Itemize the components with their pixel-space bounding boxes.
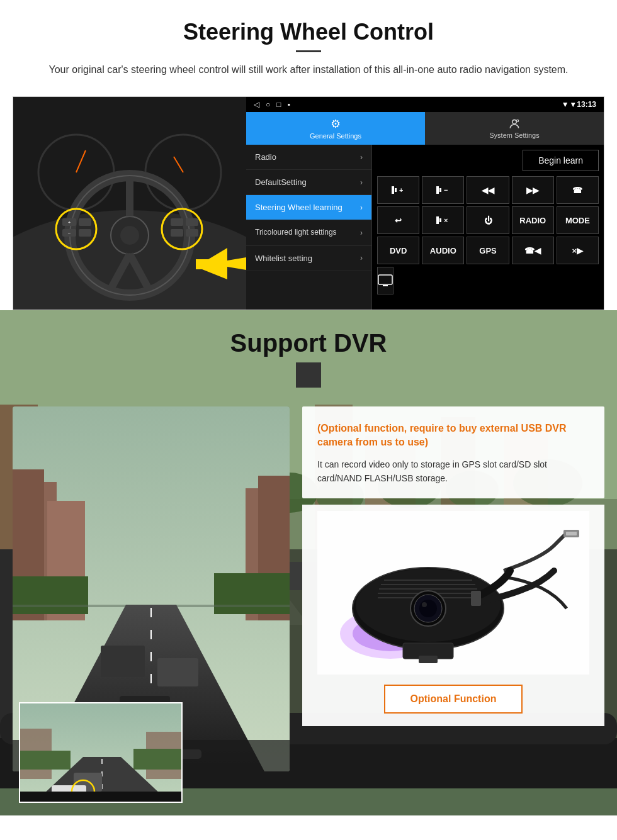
statusbar-left-icons: ◁ ○ □ ▪	[254, 100, 290, 109]
svg-point-123	[422, 602, 427, 607]
svg-rect-30	[395, 188, 397, 192]
steering-title: Steering Wheel Control	[25, 19, 592, 45]
screen-icon	[378, 274, 393, 287]
phone-btn[interactable]: ☎	[557, 176, 599, 204]
dvr-left-panel	[13, 406, 290, 815]
chevron-right-icon: ›	[360, 153, 363, 162]
menu-item-radio[interactable]: Radio ›	[246, 145, 371, 170]
svg-point-9	[120, 226, 139, 245]
svg-rect-82	[101, 646, 145, 677]
svg-rect-21	[171, 218, 183, 226]
gps-btn[interactable]: GPS	[467, 237, 509, 264]
dvd-btn[interactable]: DVD	[377, 237, 419, 264]
dvr-info-text: It can record video only to storage in G…	[317, 457, 589, 486]
dvr-optional-title: (Optional function, require to buy exter…	[317, 422, 589, 450]
svg-rect-26	[196, 259, 227, 269]
svg-rect-110	[566, 532, 577, 535]
svg-rect-36	[439, 218, 441, 222]
svg-rect-23	[186, 218, 198, 226]
steering-demo-area: + − ◁ ○ □ ▪	[13, 96, 604, 310]
svg-rect-39	[383, 285, 388, 286]
svg-rect-38	[378, 275, 392, 284]
phone-prev-btn[interactable]: ☎◀	[512, 237, 554, 264]
radio-btn[interactable]: RADIO	[512, 206, 554, 234]
svg-rect-22	[171, 229, 183, 237]
menu-icon: ▪	[288, 100, 290, 109]
menu-whitelist-label: Whitelist setting	[255, 254, 312, 263]
dvr-info-card: (Optional function, require to buy exter…	[302, 406, 604, 498]
dvr-right-panel: (Optional function, require to buy exter…	[302, 406, 604, 815]
mute-icon: ×	[436, 215, 450, 226]
android-statusbar: ◁ ○ □ ▪ ▼ ▾ 13:13	[246, 97, 604, 112]
svg-point-28	[516, 120, 518, 121]
android-content: Radio › DefaultSetting › Steering Wheel …	[246, 145, 604, 310]
vol-down-icon: −	[436, 184, 450, 196]
skip-next-btn[interactable]: ×▶	[557, 237, 599, 264]
mute-btn[interactable]: ×	[422, 206, 464, 234]
begin-learn-row: Begin learn	[377, 150, 599, 171]
dvr-camera-section: Optional Function	[302, 505, 604, 726]
svg-rect-19	[79, 229, 91, 237]
menu-item-tricoloured[interactable]: Tricoloured light settings ›	[246, 220, 371, 246]
power-btn[interactable]: ⏻	[467, 206, 509, 234]
tab-system-settings[interactable]: System Settings	[425, 112, 604, 145]
svg-text:×: ×	[444, 216, 448, 224]
tab-general-settings[interactable]: ⚙ General Settings	[246, 112, 425, 145]
menu-steering-label: Steering Wheel learning	[255, 203, 342, 212]
back-icon: ◁	[254, 100, 259, 109]
menu-item-steering-learning[interactable]: Steering Wheel learning ›	[246, 195, 371, 220]
menu-radio-label: Radio	[255, 152, 276, 162]
extra-btn[interactable]	[377, 267, 393, 294]
svg-rect-24	[186, 229, 198, 237]
mode-btn[interactable]: MODE	[557, 206, 599, 234]
menu-item-whitelist[interactable]: Whitelist setting ›	[246, 246, 371, 271]
next-track-btn[interactable]: ▶▶	[512, 176, 554, 204]
svg-text:+: +	[399, 186, 403, 194]
recents-icon: □	[276, 100, 281, 109]
svg-point-122	[419, 600, 437, 617]
settings-gear-icon: ⚙	[331, 117, 341, 131]
begin-learn-button[interactable]: Begin learn	[523, 150, 599, 171]
tab-general-label: General Settings	[310, 132, 361, 140]
android-ui-panel: ◁ ○ □ ▪ ▼ ▾ 13:13 ⚙ General Settings	[246, 97, 604, 310]
svg-point-27	[512, 120, 517, 124]
audio-btn[interactable]: AUDIO	[422, 237, 464, 264]
divider-1	[296, 50, 321, 52]
android-tabs: ⚙ General Settings System Settings	[246, 112, 604, 145]
dvr-section: Support DVR	[0, 310, 617, 815]
svg-rect-124	[471, 591, 481, 606]
system-settings-icon	[508, 118, 521, 130]
prev-track-btn[interactable]: ◀◀	[467, 176, 509, 204]
dvr-divider	[296, 362, 321, 388]
dvr-small-camera-view	[19, 702, 183, 803]
optional-function-button[interactable]: Optional Function	[384, 685, 523, 714]
statusbar-time: ▼ ▾ 13:13	[562, 100, 596, 109]
control-row-4	[377, 267, 599, 294]
chevron-right-icon-2: ›	[360, 178, 363, 187]
wifi-icon: ▾	[571, 100, 575, 109]
home-icon: ○	[266, 100, 270, 109]
svg-rect-32	[436, 186, 439, 194]
svg-rect-78	[214, 573, 290, 614]
svg-rect-119	[419, 656, 438, 663]
small-road-svg	[20, 703, 183, 803]
svg-text:−: −	[68, 230, 71, 236]
menu-item-default-setting[interactable]: DefaultSetting ›	[246, 170, 371, 195]
svg-rect-97	[20, 751, 71, 770]
svg-text:+: +	[68, 220, 71, 225]
vol-up-icon: +	[392, 184, 405, 196]
hang-up-btn[interactable]: ↩	[377, 206, 419, 234]
dvr-section-header: Support DVR	[0, 310, 617, 394]
camera-device-svg	[327, 520, 579, 665]
control-row-3: DVD AUDIO GPS ☎◀ ×▶	[377, 237, 599, 264]
dvr-camera-image	[317, 511, 589, 675]
chevron-right-icon-5: ›	[360, 254, 363, 262]
svg-rect-29	[392, 186, 394, 194]
svg-rect-106	[20, 792, 183, 803]
menu-tricoloured-label: Tricoloured light settings	[255, 228, 337, 238]
volume-down-btn[interactable]: −	[422, 176, 464, 204]
volume-up-btn[interactable]: +	[377, 176, 419, 204]
svg-rect-35	[436, 216, 439, 224]
control-row-1: + − ◀◀ ▶▶ ☎	[377, 176, 599, 204]
tab-system-label: System Settings	[489, 132, 539, 139]
